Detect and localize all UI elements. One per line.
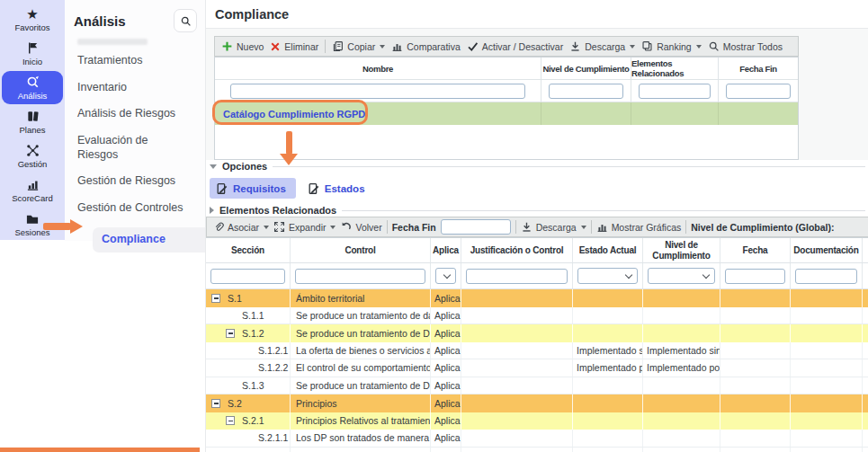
collapse-toggle[interactable]	[226, 329, 235, 338]
table-row-s2-1-1[interactable]: S.2.1.1 Los DP son tratados de manera lí…	[206, 430, 868, 448]
descarga-button-2[interactable]: Descarga	[521, 221, 586, 233]
ranking-button[interactable]: Ranking	[641, 40, 702, 52]
column-header-estado-actual[interactable]: Estado Actual	[573, 238, 643, 262]
estado-filter-select[interactable]	[577, 268, 638, 284]
rail-item-label: Sesiones	[14, 227, 49, 237]
rail-item-analisis[interactable]: Análisis	[2, 71, 63, 104]
collapse-toggle[interactable]	[211, 399, 220, 408]
menu-item-analisis-de-riesgos[interactable]: Análisis de Riesgos	[77, 107, 187, 121]
menu-item-gestion-de-controles[interactable]: Gestión de Controles	[77, 201, 187, 216]
documentacion-filter-input[interactable]	[795, 269, 857, 284]
planner-icon	[26, 109, 40, 123]
rail-item-gestion[interactable]: Gestión	[0, 139, 65, 173]
column-header-documentacion[interactable]: Documentación	[791, 238, 863, 262]
nombre-filter-input[interactable]	[230, 84, 525, 99]
column-header-justificacion[interactable]: Justificación o Control	[461, 238, 573, 262]
justificacion-filter-input[interactable]	[466, 269, 568, 284]
download-icon	[521, 221, 532, 233]
table-row-s1[interactable]: S.1 Ámbito territorial Aplica	[206, 289, 868, 307]
document-pencil-icon	[216, 182, 228, 195]
mostrar-todos-button[interactable]: Mostrar Todos	[708, 40, 783, 52]
rail-item-planes[interactable]: Planes	[0, 105, 65, 138]
column-header-extra	[863, 238, 868, 262]
table-row-s1-1[interactable]: S.1.1 Se produce un tratamiento de datos…	[206, 307, 868, 325]
menu-item-compliance[interactable]: Compliance	[93, 227, 212, 253]
collapse-toggle[interactable]	[226, 416, 235, 425]
tab-requisitos[interactable]: Requisitos	[210, 178, 296, 199]
menu-item-evaluacion-de-riesgos[interactable]: Evaluación de Riesgos	[77, 134, 187, 162]
rail-item-sesiones[interactable]: Sesiones	[0, 208, 65, 240]
expandir-button[interactable]: Expandir	[273, 221, 336, 233]
collapse-toggle[interactable]	[211, 294, 220, 303]
rail-item-favoritos[interactable]: ★ Favoritos	[0, 3, 65, 36]
menu-item-inventario[interactable]: Inventario	[77, 81, 187, 95]
column-header-nivel[interactable]: Nivel de Cumplimiento	[541, 58, 631, 79]
asociar-button[interactable]: Asociar	[213, 221, 269, 233]
section-divider	[342, 210, 865, 211]
toolbar-separator	[515, 220, 516, 234]
aplica-filter-select[interactable]	[435, 268, 456, 284]
menu-title: Análisis	[74, 13, 126, 29]
menu-item-gestion-de-riesgos[interactable]: Gestión de Riesgos	[77, 174, 187, 189]
nuevo-button[interactable]: Nuevo	[221, 40, 264, 52]
plus-icon	[221, 40, 233, 52]
column-header-aplica[interactable]: Aplica	[431, 238, 461, 262]
toolbar-separator	[325, 40, 326, 53]
column-header-fecha[interactable]: Fecha	[720, 238, 791, 262]
menu-item-tratamientos[interactable]: Tratamientos	[77, 54, 187, 68]
column-header-fecha-fin[interactable]: Fecha Fin	[719, 58, 798, 79]
column-header-nivel-cumplimiento[interactable]: Nivel de Cumplimiento	[643, 238, 720, 262]
table-row-s2-1[interactable]: S.2.1 Principios Relativos al tratamient…	[206, 412, 868, 430]
comparativa-button[interactable]: Comparativa	[391, 40, 461, 52]
catalog-toolbar: Nuevo Eliminar Copiar Comparativa Activa…	[214, 36, 799, 57]
column-header-control[interactable]: Control	[291, 238, 431, 262]
table-row-s1-2[interactable]: S.1.2 Se produce un tratamiento de DP de…	[206, 324, 868, 342]
elementos-filter-input[interactable]	[639, 84, 711, 99]
copiar-button[interactable]: Copiar	[332, 40, 385, 52]
nivel-filter-select[interactable]	[648, 268, 715, 284]
bar-chart-icon	[391, 40, 403, 52]
elementos-section-header[interactable]: Elementos Relacionados	[210, 205, 865, 216]
magnifier-icon	[708, 40, 720, 52]
table-row-s2[interactable]: S.2 Principios Aplica	[206, 394, 868, 412]
volver-button[interactable]: Volver	[340, 221, 381, 233]
rail-item-label: Análisis	[18, 91, 48, 101]
chevron-down-icon	[264, 226, 269, 229]
mostrar-graficas-button[interactable]: Mostrar Gráficas	[596, 221, 682, 233]
menu-panel: Análisis Tratamientos Inventario Análisi…	[65, 0, 205, 241]
column-header-elementos[interactable]: Elementos Relacionados	[631, 58, 719, 79]
rail-item-inicio[interactable]: Inicio	[0, 37, 65, 70]
collapse-arrow-icon	[210, 164, 217, 169]
catalog-name: Catálogo Cumplimiento RGPD	[215, 102, 541, 125]
fecha-fin-filter-input[interactable]	[726, 84, 791, 99]
fecha-filter-input[interactable]	[725, 269, 785, 284]
table-row-s1-2-1[interactable]: S.1.2.1 La oferta de bienes o servicios …	[206, 342, 868, 360]
table-row-s1-3[interactable]: S.1.3 Se produce un tratamiento de DP po…	[206, 377, 868, 395]
requisitos-filter-row	[206, 263, 868, 289]
tab-estados[interactable]: Estados	[301, 178, 375, 199]
chevron-down-icon	[696, 45, 702, 49]
table-row-s1-2-2[interactable]: S.1.2.2 El control de su comportamiento,…	[206, 359, 868, 377]
catalog-filter-row	[215, 80, 798, 102]
undo-icon	[340, 221, 352, 233]
catalog-row-rgpd[interactable]: Catálogo Cumplimiento RGPD	[215, 102, 798, 125]
chevron-down-icon	[702, 270, 710, 278]
column-header-seccion[interactable]: Sección	[206, 238, 291, 262]
check-icon	[467, 40, 479, 52]
seccion-filter-input[interactable]	[210, 269, 285, 284]
rail-item-label: ScoreCard	[12, 193, 52, 203]
descarga-button[interactable]: Descarga	[569, 40, 635, 52]
column-header-nombre[interactable]: Nombre	[215, 58, 541, 79]
opciones-section-header[interactable]: Opciones	[210, 161, 865, 172]
menu-search-button[interactable]	[174, 9, 197, 32]
analysis-search-icon	[26, 75, 40, 89]
activar-desactivar-button[interactable]: Activar / Desactivar	[467, 40, 563, 52]
rail-item-scorecard[interactable]: ScoreCard	[0, 173, 65, 207]
eliminar-button[interactable]: Eliminar	[270, 41, 318, 52]
nivel-filter-input[interactable]	[549, 84, 623, 99]
table-row-s2-1-2[interactable]: S.2.1.2 Los DP son recogidos con fines d…	[206, 448, 868, 452]
catalog-table-header: Nombre Nivel de Cumplimiento Elementos R…	[215, 58, 798, 80]
control-filter-input[interactable]	[295, 269, 425, 284]
fecha-fin-input[interactable]	[441, 219, 511, 235]
page-title: Compliance	[215, 7, 289, 22]
